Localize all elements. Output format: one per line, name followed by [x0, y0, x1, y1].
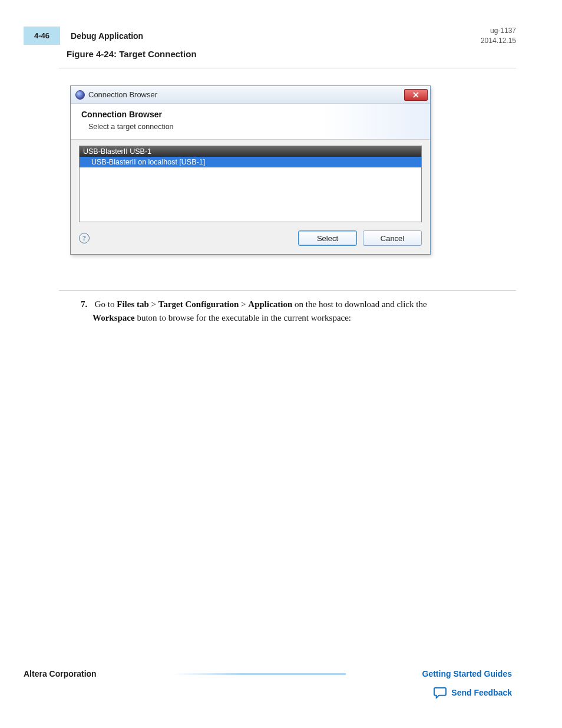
cancel-button[interactable]: Cancel — [363, 230, 422, 246]
step-text: Go to — [95, 299, 117, 309]
list-group-header[interactable]: USB-BlasterII USB-1 — [80, 146, 421, 157]
titlebar-text: Connection Browser — [88, 90, 157, 99]
doc-date: 2014.12.15 — [481, 36, 516, 46]
step-bold: Application — [248, 299, 292, 309]
select-button[interactable]: Select — [298, 230, 357, 246]
figure-caption: Figure 4-24: Target Connection — [67, 49, 197, 59]
step-bold: Target Configuration — [158, 299, 239, 309]
header-left: 4-46 Debug Application — [24, 27, 143, 45]
dialog-header-area: Connection Browser Select a target conne… — [71, 104, 430, 140]
header-right: ug-1137 2014.12.15 — [481, 26, 516, 46]
close-button[interactable] — [404, 89, 428, 101]
connection-browser-dialog: Connection Browser Connection Browser Se… — [70, 85, 431, 255]
step-text: > — [149, 299, 158, 309]
step-bold: Files tab — [117, 299, 149, 309]
speech-bubble-icon — [434, 687, 447, 699]
list-item-selected[interactable]: USB-BlasterII on localhost [USB-1] — [80, 157, 421, 167]
step-text: > — [239, 299, 248, 309]
feedback-label: Send Feedback — [451, 688, 512, 697]
eclipse-icon — [75, 90, 85, 100]
help-icon[interactable]: ? — [79, 233, 90, 243]
dialog-header-title: Connection Browser — [81, 110, 419, 119]
close-icon — [413, 92, 419, 98]
footer-bar — [173, 673, 346, 675]
dialog-buttons: Select Cancel — [298, 230, 422, 246]
step-text: buton to browse for the executable in th… — [135, 313, 351, 322]
divider — [59, 68, 516, 68]
divider — [59, 290, 516, 291]
list-area: USB-BlasterII USB-1 USB-BlasterII on loc… — [71, 140, 430, 225]
page-footer: Altera Corporation Getting Started Guide… — [24, 669, 512, 699]
page-number: 4-46 — [24, 27, 60, 45]
footer-top: Altera Corporation Getting Started Guide… — [24, 669, 512, 678]
company-name: Altera Corporation — [24, 669, 97, 678]
getting-started-link[interactable]: Getting Started Guides — [422, 669, 512, 678]
step-text: on the host to download and click the — [292, 299, 427, 309]
titlebar: Connection Browser — [71, 86, 430, 104]
titlebar-left: Connection Browser — [75, 90, 157, 100]
doc-id: ug-1137 — [481, 26, 516, 36]
step-number: 7. — [81, 298, 92, 311]
section-title: Debug Application — [71, 31, 143, 41]
send-feedback-link[interactable]: Send Feedback — [24, 687, 512, 699]
step-7: 7. Go to Files tab > Target Configuratio… — [81, 298, 503, 325]
button-row: ? Select Cancel — [71, 225, 430, 254]
step-bold: Workspace — [92, 313, 135, 322]
page-header: 4-46 Debug Application ug-1137 2014.12.1… — [24, 26, 516, 46]
dialog-header-subtitle: Select a target connection — [81, 123, 419, 131]
connection-list[interactable]: USB-BlasterII USB-1 USB-BlasterII on loc… — [79, 146, 422, 222]
